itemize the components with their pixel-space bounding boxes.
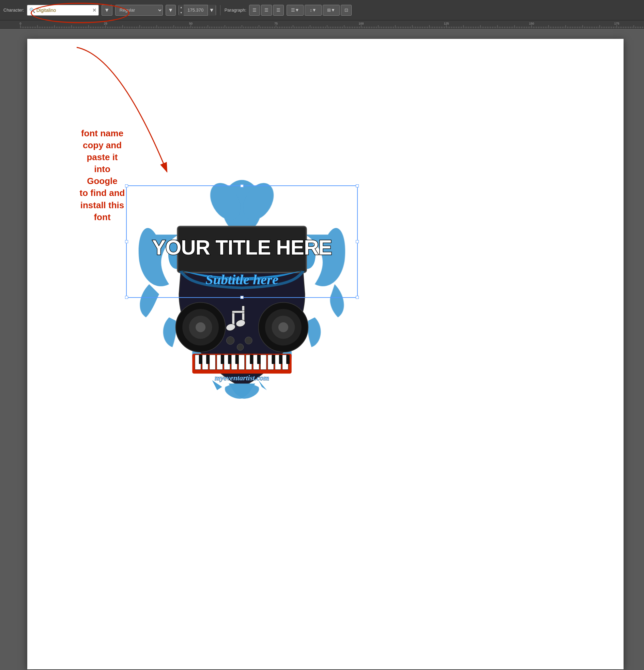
ruler-canvas (0, 21, 644, 29)
spacing-dropdown-icon: ▼ (312, 8, 317, 13)
chevron-down-icon-3: ▼ (209, 7, 214, 13)
svg-rect-38 (228, 355, 231, 364)
svg-rect-37 (221, 355, 224, 364)
annotation-line8: font (94, 212, 110, 222)
svg-rect-28 (239, 355, 244, 370)
align-left-icon: ☰ (253, 8, 257, 13)
align-center-icon: ☰ (265, 8, 268, 13)
svg-rect-40 (250, 355, 253, 364)
svg-rect-39 (236, 355, 239, 364)
svg-rect-42 (271, 355, 275, 364)
design-graphic: YOUR TITLE HERE Subtitle here (126, 168, 358, 400)
extra-icon: ⊡ (345, 8, 348, 13)
font-style-dropdown-btn[interactable]: ▼ (165, 5, 176, 16)
align-right-icon: ☰ (276, 8, 280, 13)
font-size-control: ▲ ▼ ▼ (178, 5, 216, 16)
svg-point-11 (196, 322, 205, 332)
size-dropdown-btn[interactable]: ▼ (207, 5, 216, 16)
svg-rect-31 (260, 355, 266, 370)
font-size-input[interactable] (184, 8, 207, 13)
list-dropdown-icon: ▼ (295, 8, 299, 13)
font-dropdown-btn[interactable]: ▼ (102, 5, 112, 16)
search-icon: 🔍 (29, 8, 35, 13)
list-icon: ☰ (291, 8, 295, 13)
paragraph-label: Paragraph: (225, 8, 246, 13)
svg-point-47 (237, 344, 243, 350)
svg-rect-43 (279, 355, 282, 364)
size-up-btn[interactable]: ▲ (179, 5, 184, 10)
extra-btn[interactable]: ⊡ (341, 5, 352, 16)
chevron-down-icon: ▼ (104, 7, 110, 13)
svg-rect-24 (210, 355, 215, 370)
clear-font-icon[interactable]: ✕ (92, 8, 96, 13)
svg-rect-20 (232, 311, 245, 313)
annotation-line2: copy and (83, 140, 122, 150)
annotation-line6: to find and (80, 188, 125, 198)
font-name-input[interactable] (37, 8, 91, 13)
separator-1 (220, 5, 220, 15)
grid-dropdown-icon: ▼ (331, 8, 335, 13)
spacing-btn[interactable]: ↕ ▼ (305, 5, 322, 16)
svg-rect-41 (257, 355, 261, 364)
svg-point-15 (278, 322, 288, 332)
grid-icon: ⊞ (327, 8, 331, 13)
annotation-line5: Google (87, 176, 118, 186)
svg-point-48 (245, 337, 252, 344)
alignment-group: ☰ ☰ ☰ (249, 5, 284, 16)
size-spinners: ▲ ▼ (179, 5, 184, 16)
canvas-area: font name copy and paste it into Google … (0, 29, 644, 670)
svg-point-46 (226, 336, 234, 344)
toolbar: Character: 🔍 ✕ ▼ Regular ▼ ▲ ▼ ▼ Paragra… (0, 0, 644, 21)
annotation-line4: into (94, 164, 110, 174)
page: font name copy and paste it into Google … (27, 39, 623, 669)
ruler (0, 21, 644, 29)
font-style-select[interactable]: Regular (115, 5, 163, 16)
list-btn[interactable]: ☰ ▼ (286, 5, 304, 16)
character-label: Character: (3, 8, 24, 13)
annotation-line3: paste it (86, 152, 118, 162)
svg-rect-44 (286, 355, 290, 364)
grid-btn[interactable]: ⊞ ▼ (323, 5, 340, 16)
annotation-line1: font name (81, 128, 123, 138)
design-container: YOUR TITLE HERE Subtitle here (126, 168, 358, 400)
chevron-down-icon-2: ▼ (168, 7, 173, 13)
svg-text:Subtitle here: Subtitle here (205, 272, 278, 287)
svg-text:YOUR TITLE HERE: YOUR TITLE HERE (152, 236, 332, 259)
svg-text:myeventartist.com: myeventartist.com (215, 374, 269, 382)
align-left-btn[interactable]: ☰ (249, 5, 260, 16)
list-group: ☰ ▼ ↕ ▼ ⊞ ▼ ⊡ (286, 5, 352, 16)
size-down-btn[interactable]: ▼ (179, 10, 184, 16)
align-right-btn[interactable]: ☰ (273, 5, 284, 16)
align-center-btn[interactable]: ☰ (261, 5, 272, 16)
svg-rect-35 (199, 355, 202, 364)
annotation-line7: install this (80, 200, 124, 210)
font-search-wrapper: 🔍 ✕ (27, 5, 99, 16)
svg-rect-36 (206, 355, 210, 364)
